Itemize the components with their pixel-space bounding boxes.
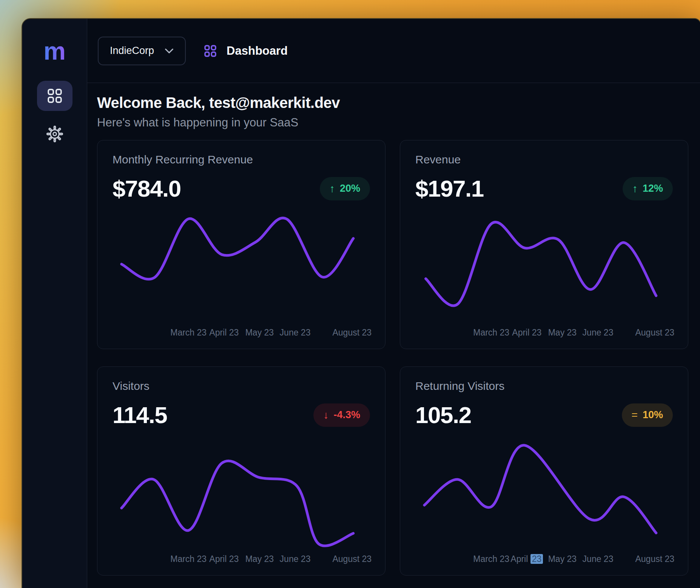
x-axis-label: May 23 <box>245 328 274 338</box>
card-monthly-recurring-revenue: Monthly Recurring Revenue $784.0 ↑ 20% M… <box>97 140 385 349</box>
card-title: Visitors <box>113 380 370 393</box>
welcome-heading: Welcome Back, test@makerkit.dev <box>97 94 688 111</box>
trend-value: 12% <box>643 183 663 194</box>
trend-badge: ↑ 12% <box>623 177 673 200</box>
selected-text: 23 <box>530 554 543 564</box>
x-axis-label: August 23 <box>635 328 674 338</box>
x-axis-labels: March 23April 23May 23June 23August 23 <box>415 328 673 340</box>
welcome-subheading: Here's what is happening in your SaaS <box>97 116 688 129</box>
x-axis-label: August 23 <box>332 328 372 338</box>
line-chart <box>113 206 370 327</box>
page-content: Welcome Back, test@makerkit.dev Here's w… <box>87 83 700 588</box>
org-selector-label: IndieCorp <box>110 45 154 57</box>
line-chart <box>415 206 673 327</box>
breadcrumb: Dashboard <box>203 44 288 58</box>
top-bar: IndieCorp Dashboard <box>87 19 700 83</box>
x-axis-label: May 23 <box>245 554 274 564</box>
x-axis-label: August 23 <box>332 554 372 564</box>
x-axis-label: May 23 <box>548 554 577 564</box>
card-returning-visitors: Returning Visitors 105.2 = 10% March 23A… <box>400 366 688 576</box>
x-axis-label: August 23 <box>635 554 674 564</box>
card-title: Returning Visitors <box>415 380 673 393</box>
x-axis-label: March 23 <box>170 554 207 564</box>
x-axis-label: April 23 <box>209 328 239 338</box>
trend-down-icon: ↓ <box>323 409 328 421</box>
app-logo: m <box>43 38 66 63</box>
trend-value: -4.3% <box>333 409 360 421</box>
sidebar-item-dashboard[interactable] <box>37 81 72 111</box>
line-chart <box>113 433 370 553</box>
kpi-value: 114.5 <box>113 402 167 428</box>
x-axis-label: April 23 <box>209 554 239 564</box>
trend-flat-icon: = <box>632 409 638 421</box>
value-row: 114.5 ↓ -4.3% <box>113 402 370 428</box>
value-row: $784.0 ↑ 20% <box>113 175 370 202</box>
x-axis-label: May 23 <box>548 328 577 338</box>
x-axis-label: March 23 <box>473 554 509 564</box>
kpi-card-grid: Monthly Recurring Revenue $784.0 ↑ 20% M… <box>97 140 688 576</box>
card-visitors: Visitors 114.5 ↓ -4.3% March 23April 23M… <box>97 366 385 576</box>
sidebar-item-settings[interactable] <box>46 125 63 143</box>
app-window: m <box>22 18 700 588</box>
chevron-down-icon <box>165 48 174 54</box>
sidebar: m <box>22 19 87 588</box>
x-axis-label: June 23 <box>280 554 311 564</box>
trend-up-icon: ↑ <box>632 183 638 195</box>
value-row: $197.1 ↑ 12% <box>415 175 673 202</box>
org-selector-button[interactable]: IndieCorp <box>98 37 186 65</box>
x-axis-labels: March 23April 23May 23June 23August 23 <box>415 554 673 566</box>
line-chart <box>415 433 673 553</box>
grid-icon <box>46 87 63 105</box>
trend-badge: ↓ -4.3% <box>313 403 370 427</box>
kpi-value: $784.0 <box>113 175 181 202</box>
gear-icon <box>46 126 63 142</box>
trend-badge: ↑ 20% <box>320 177 370 200</box>
trend-value: 10% <box>643 409 663 421</box>
x-axis-label: April 23 <box>512 328 541 338</box>
x-axis-label: June 23 <box>280 328 311 338</box>
card-title: Monthly Recurring Revenue <box>113 153 370 166</box>
page-title: Dashboard <box>227 44 288 58</box>
x-axis-label: June 23 <box>583 554 614 564</box>
trend-value: 20% <box>340 183 360 194</box>
x-axis-label: April 23 <box>510 554 543 564</box>
trend-up-icon: ↑ <box>330 183 335 195</box>
value-row: 105.2 = 10% <box>415 402 673 428</box>
kpi-value: 105.2 <box>415 402 471 428</box>
card-title: Revenue <box>415 153 673 166</box>
dashboard-grid-icon <box>203 44 217 58</box>
x-axis-label: June 23 <box>583 328 614 338</box>
main-area: IndieCorp Dashboard Welcome Back <box>87 19 700 588</box>
card-revenue: Revenue $197.1 ↑ 12% March 23April 23May… <box>400 140 688 349</box>
kpi-value: $197.1 <box>415 175 484 202</box>
x-axis-label: March 23 <box>473 328 509 338</box>
trend-badge: = 10% <box>622 403 673 427</box>
x-axis-labels: March 23April 23May 23June 23August 23 <box>113 554 370 566</box>
x-axis-labels: March 23April 23May 23June 23August 23 <box>113 328 370 340</box>
x-axis-label: March 23 <box>170 328 207 338</box>
